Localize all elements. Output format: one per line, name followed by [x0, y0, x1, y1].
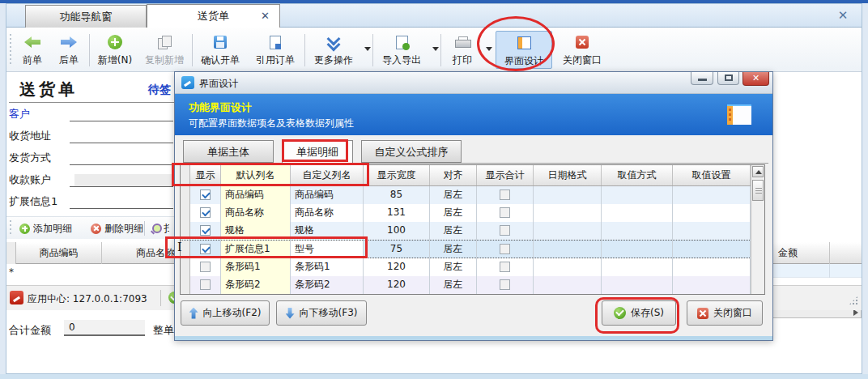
show-total-checkbox[interactable] — [500, 207, 510, 218]
col-header-value-method[interactable]: 取值方式 — [602, 165, 673, 185]
scroll-thumb[interactable] — [752, 180, 764, 201]
show-checkbox[interactable] — [200, 225, 211, 236]
dialog-tab-formula[interactable]: 自定义公式排序 — [361, 140, 462, 163]
column-header-product-name[interactable]: 商品名称 — [102, 242, 178, 264]
col-header-show[interactable]: 显示 — [190, 165, 221, 185]
amount-column-header: 金额 — [772, 242, 862, 264]
col-header-value-setting[interactable]: 取值设置 — [673, 165, 751, 185]
show-total-checkbox[interactable] — [500, 262, 510, 272]
doc-status-text: 待签 — [148, 83, 171, 97]
dialog-minimize-button[interactable] — [691, 72, 713, 85]
field-label-address: 收货地址 — [9, 129, 51, 143]
customer-input[interactable] — [70, 121, 173, 121]
layout-design-icon — [727, 104, 751, 125]
show-checkbox[interactable] — [200, 279, 211, 290]
dialog-tab-body[interactable]: 单据主体 — [183, 140, 274, 163]
save-button[interactable]: 保存(S) — [602, 300, 676, 326]
tabgroup-close-icon[interactable]: ✕ — [836, 8, 850, 23]
move-down-button[interactable]: 向下移动(F3) — [276, 300, 367, 326]
more-actions-button[interactable]: 更多操作 — [308, 31, 360, 69]
scroll-up-icon[interactable] — [752, 166, 764, 177]
import-export-caret[interactable] — [432, 47, 439, 51]
arrow-down-icon — [286, 308, 295, 319]
show-checkbox[interactable] — [200, 262, 211, 272]
grid-row[interactable]: 商品名称 商品名称 131 居左 — [181, 204, 764, 222]
custom-name-input[interactable]: 型号 — [291, 241, 364, 258]
dialog-header-subtitle: 可配置界面数据项名及表格数据列属性 — [189, 117, 354, 130]
close-window-button[interactable]: 关闭窗口 — [555, 31, 609, 69]
main-toolbar: 前单 后单 新增(N) 复制新增 确认开单 引用订单 更多操作 — [6, 28, 862, 72]
search-tool-button[interactable]: 扫 — [151, 219, 169, 237]
maximize-icon — [725, 75, 733, 81]
print-caret[interactable] — [486, 47, 492, 51]
dialog-titlebar[interactable]: 界面设计 ✕ — [175, 72, 772, 94]
move-up-button[interactable]: 向上移动(F2) — [181, 300, 270, 326]
document-tabstrip: 功能导航窗 送货单 ✕ ✕ — [6, 4, 862, 28]
total-amount-input[interactable]: 0 — [64, 320, 145, 336]
total-amount-label: 合计金额 — [9, 323, 51, 338]
tab-delivery-order[interactable]: 送货单 ✕ — [147, 4, 280, 28]
col-header-width[interactable]: 显示宽度 — [364, 165, 430, 185]
col-header-custom-name[interactable]: 自定义列名 — [291, 165, 364, 185]
grid-row[interactable]: 条形码2 条形码2 120 居左 — [181, 276, 764, 294]
grid-row[interactable]: 条形码1 条形码1 120 居左 — [181, 258, 764, 276]
new-button[interactable]: 新增(N) — [92, 31, 138, 69]
import-export-button[interactable]: 导入导出 — [376, 31, 428, 69]
show-checkbox[interactable] — [200, 207, 211, 218]
grid-row-selected[interactable]: 扩展信息1 型号 75 居左 — [181, 240, 764, 258]
scroll-right-icon[interactable] — [853, 309, 858, 316]
grid-row[interactable]: 商品编码 商品编码 85 居左 — [181, 186, 764, 204]
toolbar-grip — [9, 34, 12, 65]
dialog-close-window-button[interactable]: 关闭窗口 — [687, 300, 763, 326]
ui-design-button[interactable]: 界面设计 — [496, 31, 552, 69]
amount-row[interactable] — [772, 264, 862, 278]
show-total-checkbox[interactable] — [500, 279, 510, 290]
col-header-show-total[interactable]: 显示合计 — [477, 165, 534, 185]
show-checkbox[interactable] — [200, 190, 211, 200]
show-total-checkbox[interactable] — [500, 190, 510, 200]
next-order-button[interactable]: 后单 — [52, 31, 86, 69]
status-app-center: 应用中心: 127.0.0.1:7093 — [28, 292, 147, 306]
red-x-icon — [697, 308, 708, 319]
dialog-title: 界面设计 — [199, 77, 238, 91]
col-header-align[interactable]: 对齐 — [430, 165, 477, 185]
tab-close-icon[interactable]: ✕ — [261, 5, 270, 28]
address-input[interactable] — [70, 143, 173, 143]
layout-design-icon — [517, 36, 531, 49]
tab-function-nav[interactable]: 功能导航窗 — [25, 5, 147, 28]
copy-icon — [158, 36, 171, 49]
more-actions-caret[interactable] — [364, 47, 371, 51]
dialog-maximize-button[interactable] — [717, 72, 739, 85]
confirm-order-button[interactable]: 确认开单 — [194, 31, 246, 69]
dialog-app-icon — [181, 76, 194, 89]
show-checkbox[interactable] — [200, 244, 211, 254]
show-total-checkbox[interactable] — [500, 244, 510, 254]
import-export-icon — [396, 36, 408, 49]
resize-grip[interactable] — [849, 296, 858, 305]
field-label-customer: 客户 — [9, 107, 30, 121]
add-detail-button[interactable]: 添加明细 — [19, 219, 72, 237]
text-cursor: I — [177, 241, 182, 253]
ship-method-input[interactable] — [70, 164, 173, 165]
red-x-icon — [91, 224, 101, 234]
ext-info-input[interactable] — [70, 208, 173, 209]
row-marker-column — [6, 242, 16, 264]
dialog-tab-detail[interactable]: 单据明细 — [282, 140, 353, 164]
ui-design-dialog: 界面设计 ✕ 功能界面设计 可配置界面数据项名及表格数据列属性 单据主体 单据明… — [174, 71, 773, 341]
grid-row[interactable]: 规格 规格 100 居左 — [181, 222, 764, 240]
column-header-product-code[interactable]: 商品编码 — [16, 242, 102, 264]
prev-order-button[interactable]: 前单 — [15, 31, 50, 69]
col-header-date-format[interactable]: 日期格式 — [534, 165, 602, 185]
delete-detail-button[interactable]: 删除明细 — [91, 219, 143, 237]
dialog-close-button[interactable]: ✕ — [742, 72, 769, 86]
col-header-default-name[interactable]: 默认列名 — [221, 165, 291, 185]
account-input[interactable] — [74, 174, 173, 186]
print-button[interactable]: 打印 — [444, 31, 481, 69]
quote-order-button[interactable]: 引用订单 — [249, 31, 301, 69]
field-label-ext-info: 扩展信息1 — [9, 194, 57, 209]
show-total-checkbox[interactable] — [500, 225, 510, 236]
magnifier-icon — [151, 224, 160, 233]
double-chevron-down-icon — [327, 36, 340, 49]
grid-vertical-scrollbar[interactable] — [751, 165, 764, 294]
green-check-icon — [614, 307, 626, 319]
